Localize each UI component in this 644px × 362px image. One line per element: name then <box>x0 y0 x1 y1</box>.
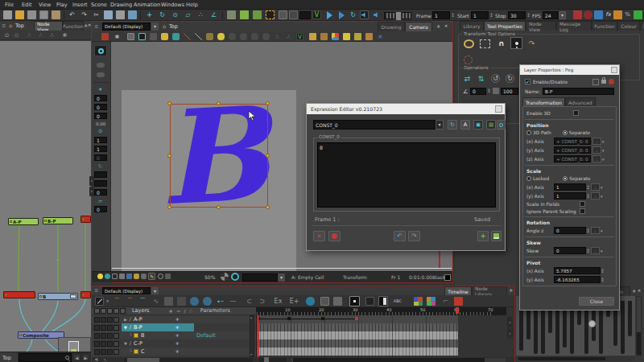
animate-mode-icon[interactable] <box>510 37 522 49</box>
segment-icon[interactable]: — <box>229 297 237 306</box>
colour-grid-2-icon[interactable] <box>427 297 436 306</box>
transform-handle-w[interactable] <box>167 154 171 158</box>
menu-windows[interactable]: Windows <box>161 2 184 8</box>
pencil-mode-icon[interactable]: ✎ <box>148 273 155 280</box>
tab-tool-properties[interactable]: Tool Properties <box>484 21 526 31</box>
timeline-display-dropdown[interactable]: Default (Display) <box>102 287 151 294</box>
stamp-icon[interactable] <box>165 274 171 279</box>
tab-function[interactable]: Function <box>63 21 84 31</box>
pivot-x-spinner[interactable]: ↕ <box>601 268 605 274</box>
copy-icon[interactable] <box>104 10 113 19</box>
tab-node-view[interactable]: Node View <box>34 21 63 31</box>
color-dots-icon[interactable] <box>332 33 339 40</box>
flip-horizontal-icon[interactable]: ⇄ <box>463 75 472 84</box>
envelope-delete-icon[interactable] <box>365 33 373 40</box>
add-param-icon[interactable]: + <box>175 340 180 347</box>
add-drawing-layer-icon[interactable] <box>95 297 104 306</box>
add-layer-arrow[interactable]: ▾ <box>105 297 110 306</box>
motion-keyframe-icon[interactable]: ⌒ <box>138 297 147 306</box>
apply-tool-icon[interactable]: V <box>312 10 321 19</box>
camera-view-icon[interactable] <box>94 45 107 56</box>
position-3dpath-radio[interactable] <box>526 130 531 135</box>
expand-icon[interactable]: ▼ <box>124 341 127 346</box>
grid-overlay-icon[interactable]: ∴ <box>285 33 292 40</box>
keyframe-10[interactable] <box>287 317 291 320</box>
peg-selection-icon[interactable]: ∩ <box>496 38 507 48</box>
delete-icon[interactable] <box>128 10 137 19</box>
onion-range-icon[interactable] <box>306 297 315 306</box>
position-x-field[interactable]: + CONST_0: 0 <box>554 138 591 145</box>
refresh-expression-icon[interactable]: ↻ <box>448 120 457 130</box>
angle-z-fx-button[interactable]: ∴ <box>591 227 600 234</box>
expression-text-area[interactable]: 0 <box>317 142 496 208</box>
position-z-field[interactable]: + CONST_0: 0 <box>554 155 591 162</box>
angle-spinner[interactable]: ↕ <box>487 88 491 93</box>
panel-menu-icon[interactable]: ≡ <box>2 23 6 29</box>
stop-field[interactable]: 30 <box>508 11 526 19</box>
envelope-add-icon[interactable] <box>354 33 361 40</box>
sound-icon[interactable] <box>360 10 369 19</box>
ignore-parent-scaling-checkbox[interactable] <box>580 208 585 214</box>
eye-column-icon[interactable] <box>101 308 106 314</box>
layer-up-icon[interactable]: ∕ <box>184 308 185 315</box>
jog-wheel[interactable] <box>384 12 411 19</box>
data-view-abc-icon[interactable]: ABC <box>391 297 404 306</box>
keyframe-prev-icon[interactable] <box>190 297 199 306</box>
frame-grid[interactable] <box>257 315 506 357</box>
nav-network-icon[interactable]: ∴ <box>37 31 44 39</box>
cross-arrows-icon[interactable]: ✕ <box>377 33 384 40</box>
menu-view[interactable]: View <box>39 2 51 8</box>
menu-drawing[interactable]: Drawing <box>110 2 132 8</box>
position-y-fx-button[interactable]: ∴ <box>592 146 601 154</box>
layer-down-icon[interactable]: ∴ <box>189 308 192 315</box>
exposure-sheet-icon[interactable] <box>613 10 622 19</box>
render-mode-icon[interactable] <box>119 274 125 279</box>
scale-y-field[interactable]: 1 <box>554 192 586 200</box>
toggle-black-2[interactable] <box>365 297 374 306</box>
scroll-down-icon[interactable]: ▾ <box>250 353 252 356</box>
close-view-icon[interactable]: ✕ <box>638 289 641 293</box>
fps-field[interactable]: 24 <box>543 11 559 19</box>
pos-z-field[interactable]: 0 <box>94 113 107 119</box>
rot-z-field[interactable]: 0 <box>94 189 107 195</box>
timeline-display-arrow[interactable]: ▾ <box>151 287 159 294</box>
onion-after-icon[interactable] <box>240 33 247 40</box>
search-prev-icon[interactable]: ◀ <box>73 354 80 361</box>
copy-expression-icon[interactable]: ▣ <box>473 120 483 130</box>
color-swatch-icon[interactable] <box>221 273 229 281</box>
skew-dropdown[interactable]: ▾ <box>601 249 603 253</box>
save-expression-button[interactable] <box>491 231 502 241</box>
position-separate-radio[interactable] <box>563 130 568 135</box>
scale-y-spinner[interactable]: ↕ <box>586 193 590 199</box>
pivot-y-field[interactable]: -6.163265 <box>554 276 601 283</box>
menu-edit[interactable]: Edit <box>22 2 32 8</box>
keyframe-next-icon[interactable] <box>203 297 212 306</box>
camera-breadcrumb[interactable]: Top <box>169 24 178 30</box>
onion-column-icon[interactable] <box>114 308 119 314</box>
position-y-field[interactable]: + CONST_0: 0 <box>554 146 591 154</box>
rename-expression-icon[interactable]: A <box>460 120 470 130</box>
redo-button[interactable]: ↷ <box>408 231 420 241</box>
delete-expression-button[interactable] <box>328 231 341 241</box>
colour-dropdown-arrow[interactable]: ▾ <box>278 274 285 282</box>
light-bulb-icon[interactable] <box>97 274 103 279</box>
import-icon[interactable] <box>52 10 60 19</box>
layer-name[interactable]: C-P <box>134 340 142 347</box>
add-expression-button[interactable]: + <box>477 231 489 241</box>
marquee-select-icon[interactable] <box>480 39 490 48</box>
position-x-fx-button[interactable]: ∴ <box>592 138 601 145</box>
node-drawing-b[interactable]: B <box>38 293 78 300</box>
layer-name[interactable]: B-P <box>134 324 142 331</box>
layer-row-ap[interactable]: ▶ ∕ A-P + <box>92 315 257 323</box>
snap-options-icon[interactable] <box>464 56 473 64</box>
home-icon[interactable]: ⌂ <box>9 23 12 29</box>
colour-grid-icon[interactable] <box>414 297 423 306</box>
flag-icon[interactable] <box>634 10 642 19</box>
pin-icon[interactable] <box>141 274 147 279</box>
tab-node-view[interactable]: Node View <box>526 21 556 31</box>
thumb-column-icon[interactable] <box>120 308 126 314</box>
node-drawing-c[interactable] <box>80 291 91 298</box>
paste-cycle-icon[interactable]: ⊂ <box>245 297 254 306</box>
frame-ruler[interactable]: 10 20 30 40 50 60 70 <box>257 307 506 315</box>
close-button[interactable]: Close <box>579 297 614 306</box>
